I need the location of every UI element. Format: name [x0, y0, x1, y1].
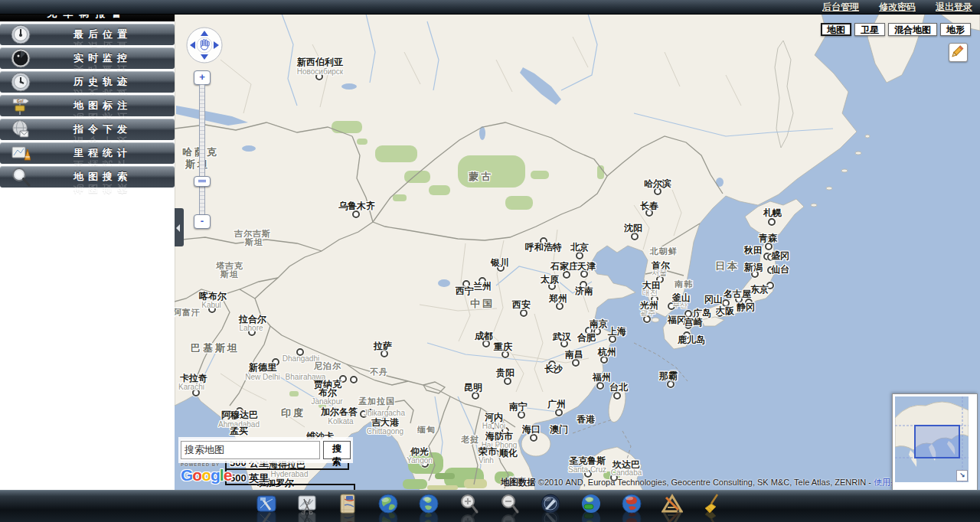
map-copyright: 地图数据 ©2010 AND, Europa Technologies, Geo…	[501, 477, 907, 488]
city-label: 秋田	[744, 244, 763, 257]
sidebar-item-label: 最后位置	[31, 28, 175, 41]
city-label: Vinh	[479, 456, 494, 465]
google-attribution[interactable]: POWERED BY Google	[181, 462, 231, 483]
map-search-bar: 搜索	[181, 439, 351, 461]
sidebar-item-label: 里程统计	[31, 146, 175, 160]
city-label: 成都	[475, 330, 493, 343]
sidebar-item-realtime-monitor[interactable]: 实时监控	[0, 47, 175, 69]
map-type-hybrid[interactable]: 混合地图	[888, 23, 937, 36]
city-label: 宫崎	[684, 316, 703, 329]
change-password-link[interactable]: 修改密码	[879, 1, 916, 14]
city-label: 南宁	[509, 400, 528, 413]
sidebar-item-history-track[interactable]: 历史轨迹	[0, 71, 175, 93]
map-zoom-control: + -	[193, 70, 210, 227]
map-canvas[interactable]: 哈萨克斯坦新西伯利亚Новосибирск蒙古乌鲁木齐吉尔吉斯斯坦塔吉克斯坦喀布…	[175, 14, 980, 490]
minimap-viewport	[915, 426, 959, 458]
city-label: 부산	[672, 300, 688, 311]
sidebar-item-mileage-stats[interactable]: 里程统计	[0, 142, 175, 164]
map-tools-icon[interactable]	[256, 493, 277, 522]
city-marker	[768, 218, 776, 226]
map-search-button[interactable]: 搜索	[323, 441, 351, 459]
map-type-map[interactable]: 地图	[821, 23, 851, 36]
city-label: 银川	[491, 256, 509, 269]
globe-red-icon[interactable]	[621, 493, 642, 522]
city-label: 海口	[522, 423, 541, 436]
city-label: 长春	[640, 200, 658, 213]
country-label: 不丹	[370, 367, 388, 378]
globe-green-icon[interactable]	[580, 493, 602, 522]
city-label: 福州	[593, 371, 611, 384]
city-label: 青森	[759, 232, 777, 245]
city-label: 沈阳	[624, 222, 642, 235]
city-label: 长沙	[544, 363, 563, 376]
overview-minimap[interactable]: ↘	[892, 393, 978, 490]
zoom-out-button[interactable]: -	[194, 214, 211, 229]
country-label: 日本	[715, 259, 740, 273]
sidebar-item-map-search[interactable]: 地图搜索	[0, 166, 175, 188]
broom-icon[interactable]	[702, 493, 724, 522]
city-label: 合肥	[577, 331, 596, 344]
city-label: 静冈	[737, 301, 755, 314]
country-label: 孟加拉国	[358, 396, 395, 407]
city-label: 石家庄	[550, 260, 578, 273]
sidebar: 无车辆报警 最后位置 实时监控 历史轨迹 Go! 地图标注	[0, 6, 175, 490]
city-label: 乌鲁木齐	[338, 200, 375, 213]
map-type-terrain[interactable]: 地形	[940, 23, 971, 36]
zoom-track[interactable]	[199, 84, 205, 222]
sidebar-collapse-arrow[interactable]	[175, 208, 184, 246]
city-label: Santa Cruz	[568, 465, 606, 474]
zoom-slider-handle[interactable]	[194, 176, 211, 187]
city-label: 澳门	[550, 423, 568, 436]
google-logo-letter: G	[181, 466, 192, 484]
sidebar-item-label: 指令下发	[31, 122, 175, 136]
compass-icon	[11, 24, 31, 44]
map-pan-control[interactable]	[185, 26, 224, 64]
google-logo-letter: e	[224, 466, 232, 484]
city-label: 那霸	[659, 370, 678, 383]
city-label: 盛冈	[771, 250, 789, 263]
sidebar-item-label: 地图标注	[31, 99, 175, 113]
logout-link[interactable]: 退出登录	[936, 1, 972, 14]
city-label: Chittagong	[367, 427, 403, 436]
city-label: 광주	[640, 308, 655, 318]
globe-blue2-icon[interactable]	[418, 493, 439, 522]
screenshot-icon[interactable]	[296, 493, 318, 522]
sidebar-item-map-annotation[interactable]: Go! 地图标注	[0, 95, 175, 116]
city-label: 南昌	[565, 348, 583, 361]
minimap-collapse-icon[interactable]: ↘	[956, 470, 968, 481]
zoom-in-button[interactable]: +	[194, 70, 211, 85]
city-label: 福冈	[668, 314, 686, 327]
google-logo-letter: o	[192, 466, 201, 484]
city-label: Lahore	[239, 324, 263, 332]
city-label: 香港	[577, 413, 595, 426]
city-label: 台北	[609, 381, 628, 394]
city-label: Karachi	[178, 383, 204, 391]
compass-globe-icon[interactable]	[540, 493, 561, 522]
sidebar-item-last-position[interactable]: 最后位置	[0, 24, 175, 45]
globe-blue-icon[interactable]	[377, 493, 399, 522]
google-logo-letter: g	[211, 466, 220, 484]
city-label: 上海	[608, 325, 626, 338]
city-marker	[350, 376, 358, 383]
city-label: New Delhi	[245, 373, 280, 381]
map-type-satellite[interactable]: 卫星	[854, 23, 885, 36]
city-label: 鹿儿岛	[678, 334, 705, 347]
atlas-icon[interactable]	[337, 493, 358, 522]
map-search-input[interactable]	[181, 441, 320, 459]
draw-pencil-button[interactable]	[949, 43, 968, 62]
city-label: 西宁	[456, 285, 474, 298]
country-label: 巴基斯坦	[191, 341, 240, 355]
city-label: 哈尔滨	[644, 178, 671, 191]
city-label: 名古屋	[724, 288, 751, 301]
svg-text:Go!: Go!	[17, 99, 24, 103]
sidebar-item-command-send[interactable]: 指令下发	[0, 119, 175, 140]
admin-link[interactable]: 后台管理	[822, 1, 859, 14]
map-type-switcher: 地图 卫星 混合地图 地形	[821, 23, 971, 36]
zoom-out-icon[interactable]	[499, 493, 521, 522]
drafting-icon[interactable]	[662, 493, 683, 522]
city-label: 拉萨	[374, 340, 392, 353]
globe-send-icon	[11, 119, 31, 139]
city-label: Yangon	[407, 456, 433, 465]
city-label: 新潟	[744, 261, 763, 274]
zoom-in-icon[interactable]	[459, 493, 480, 522]
